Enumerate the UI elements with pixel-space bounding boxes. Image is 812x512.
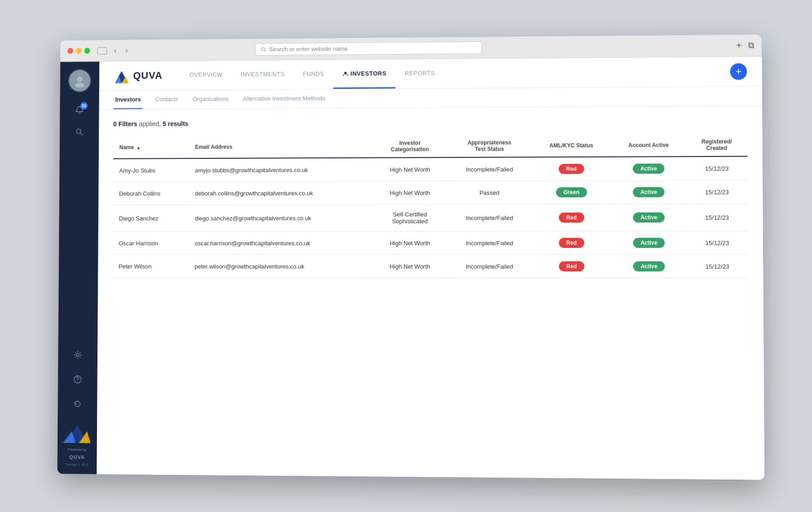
close-button[interactable]	[67, 48, 73, 54]
svg-point-8	[77, 381, 78, 382]
cell-registered: 15/12/23	[686, 180, 747, 204]
table-row[interactable]: Oscar Harrison oscar.harrison@growthcapi…	[112, 231, 747, 254]
svg-point-4	[76, 129, 81, 133]
back-button[interactable]: ‹	[112, 45, 118, 55]
nav-funds[interactable]: FUNDS	[293, 59, 333, 89]
search-icon	[261, 46, 266, 52]
investors-table: Name ▲ Email Address InvestorCategorisat…	[112, 134, 748, 278]
address-text: Search or enter website name	[269, 45, 347, 52]
cell-email: deborah.collins@growthcapitalventures.co…	[188, 181, 372, 205]
cell-email: diego.sanchez@growthcapitalventures.co.u…	[188, 204, 372, 231]
sidebar-brand: QUVA	[69, 454, 85, 459]
top-nav-links: OVERVIEW INVESTMENTS FUNDS INVESTORS REP…	[180, 59, 444, 90]
nav-reports[interactable]: REPORTS	[395, 59, 444, 88]
forward-button[interactable]: ›	[124, 45, 129, 55]
top-nav-actions: +	[730, 63, 747, 80]
table-header: Name ▲ Email Address InvestorCategorisat…	[113, 134, 747, 159]
cell-account-active: Active	[611, 156, 686, 180]
cell-name: Diego Sanchez	[113, 205, 188, 232]
tab-organisations[interactable]: Organisations	[190, 90, 230, 108]
table-row[interactable]: Peter Wilson peter.wilson@growthcapitalv…	[112, 254, 748, 278]
cell-aml-kyc: Red	[532, 156, 611, 180]
sidebar-bottom: Powered by QUVA Version 1.68.0	[62, 344, 91, 474]
logo-area: QUVA	[113, 67, 162, 84]
svg-point-3	[75, 83, 84, 87]
maximize-button[interactable]	[84, 48, 90, 54]
svg-point-2	[77, 76, 82, 82]
browser-actions: + ⧉	[736, 40, 754, 50]
cell-name: Deborah Collins	[113, 182, 188, 205]
svg-line-5	[80, 133, 82, 135]
sort-arrow: ▲	[136, 145, 140, 150]
refresh-icon	[73, 399, 82, 408]
search-icon	[75, 128, 83, 136]
tab-investors[interactable]: Investors	[113, 90, 142, 109]
cell-account-active: Active	[611, 204, 686, 231]
version-text: Version 1.68.0	[65, 462, 88, 466]
table-row[interactable]: Deborah Collins deborah.collins@growthca…	[113, 180, 747, 205]
cell-aml-kyc: Green	[532, 180, 611, 204]
table-body: Amy-Jo Stubs amyjo.stubbs@growthcapitalv…	[112, 156, 748, 278]
settings-button[interactable]	[69, 345, 86, 364]
active-badge: Active	[633, 163, 664, 173]
table-row[interactable]: Amy-Jo Stubs amyjo.stubbs@growthcapitalv…	[113, 156, 747, 182]
quva-logo-icon	[113, 67, 129, 84]
minimize-button[interactable]	[75, 48, 81, 54]
col-aml-kyc: AML/KYC Status	[531, 134, 611, 157]
cell-categorisation: High Net Worth	[372, 157, 447, 181]
active-badge: Active	[633, 237, 664, 248]
cell-test-status: Incomplete/Failed	[447, 231, 531, 254]
active-badge: Active	[633, 187, 664, 197]
add-button[interactable]: +	[730, 63, 747, 80]
cell-account-active: Active	[611, 254, 686, 278]
search-button[interactable]	[70, 123, 88, 140]
nav-overview[interactable]: OVERVIEW	[180, 60, 231, 90]
nav-investors[interactable]: INVESTORS	[333, 59, 395, 88]
address-bar[interactable]: Search or enter website name	[255, 41, 482, 55]
cell-categorisation: High Net Worth	[372, 231, 447, 254]
tab-contacts[interactable]: Contacts	[153, 90, 180, 109]
cell-aml-kyc: Red	[532, 231, 611, 254]
aml-badge: Red	[559, 261, 584, 271]
logo-text: QUVA	[133, 70, 162, 81]
filter-count-prefix: 0 Filters applied, 5 results	[113, 120, 188, 128]
cell-email: peter.wilson@growthcapitalventures.co.uk	[188, 254, 372, 278]
new-tab-button[interactable]: +	[736, 40, 742, 51]
cell-aml-kyc: Red	[532, 204, 611, 231]
notifications-button[interactable]: 22	[70, 101, 88, 119]
col-name[interactable]: Name ▲	[113, 136, 189, 158]
table-row[interactable]: Diego Sanchez diego.sanchez@growthcapita…	[113, 204, 748, 232]
cell-account-active: Active	[611, 231, 686, 254]
svg-point-0	[262, 47, 265, 50]
active-badge: Active	[633, 212, 664, 222]
traffic-lights	[67, 48, 90, 54]
cell-account-active: Active	[611, 180, 686, 204]
svg-line-1	[264, 50, 266, 51]
nav-investors-label: INVESTORS	[350, 70, 387, 76]
nav-investments[interactable]: INVESTMENTS	[231, 60, 294, 89]
filter-summary: 0 Filters applied, 5 results	[113, 117, 747, 127]
aml-badge: Red	[559, 164, 584, 174]
top-nav: QUVA OVERVIEW INVESTMENTS FUNDS INVESTOR…	[99, 56, 762, 91]
active-badge: Active	[633, 261, 665, 271]
col-test-status: AppropriatenessTest Status	[447, 135, 531, 157]
cell-test-status: Incomplete/Failed	[447, 254, 532, 278]
app-container: 22	[57, 56, 764, 480]
sidebar: 22	[57, 61, 99, 474]
help-icon	[73, 375, 82, 384]
cell-categorisation: Self-CertifiedSophisticated	[372, 204, 447, 231]
cell-email: oscar.harrison@growthcapitalventures.co.…	[188, 231, 372, 254]
avatar	[68, 69, 91, 92]
cell-name: Peter Wilson	[112, 254, 188, 278]
cell-categorisation: High Net Worth	[372, 254, 447, 278]
help-button[interactable]	[69, 370, 86, 388]
refresh-button[interactable]	[68, 394, 86, 413]
cell-categorisation: High Net Worth	[372, 181, 447, 204]
tab-alternative-investment-methods[interactable]: Alternative Investment Methods	[241, 89, 327, 108]
notification-badge: 22	[80, 102, 87, 109]
page-content: 0 Filters applied, 5 results Name ▲ Emai…	[97, 106, 764, 480]
tabs-button[interactable]: ⧉	[748, 40, 754, 50]
sidebar-toggle-icon[interactable]	[97, 47, 107, 54]
cell-registered: 15/12/23	[686, 156, 747, 180]
aml-badge: Red	[559, 237, 584, 248]
